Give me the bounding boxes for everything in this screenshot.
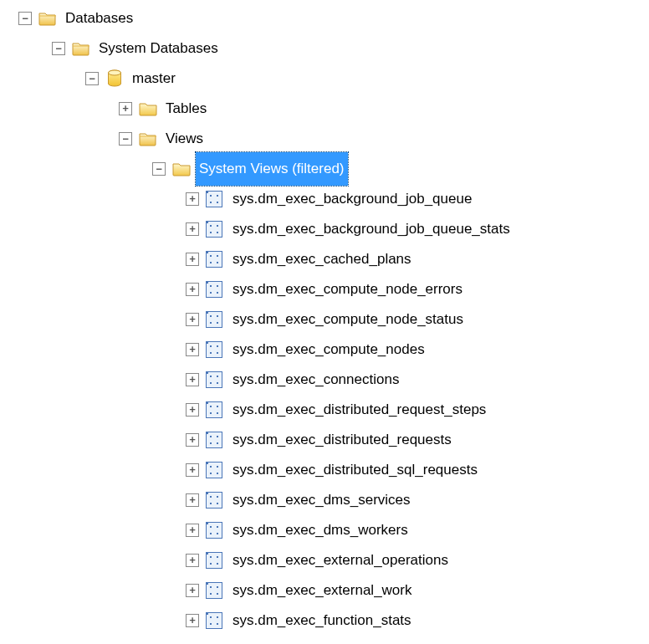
node-label: sys.dm_exec_compute_node_status [229,303,467,336]
system-views-children: sys.dm_exec_background_job_queuesys.dm_e… [3,184,646,636]
node-label: Views [162,122,207,156]
node-label: sys.dm_exec_dms_workers [229,514,411,547]
expand-toggle[interactable] [186,222,199,236]
tree-node-view[interactable]: sys.dm_exec_external_operations [3,545,646,575]
node-label: Tables [162,92,210,125]
view-icon [206,371,222,388]
tree-node-view[interactable]: sys.dm_exec_background_job_queue_stats [3,214,646,244]
tree-node-view[interactable]: sys.dm_exec_dms_services [3,485,646,515]
view-icon [206,522,222,539]
view-icon [206,552,222,569]
expand-toggle[interactable] [186,493,199,507]
tree-node-view[interactable]: sys.dm_exec_compute_nodes [3,335,646,365]
node-label: Databases [62,2,136,35]
node-label: sys.dm_exec_external_work [229,574,415,607]
expand-toggle[interactable] [186,343,199,356]
expand-toggle[interactable] [186,584,199,597]
expand-toggle[interactable] [52,42,65,55]
tree-node-view[interactable]: sys.dm_exec_cached_plans [3,244,646,274]
folder-closed-icon [139,100,157,117]
expand-toggle[interactable] [186,373,199,386]
expand-toggle[interactable] [152,162,166,176]
tree-node-view[interactable]: sys.dm_exec_dms_workers [3,515,646,545]
node-label: sys.dm_exec_compute_node_errors [229,273,466,306]
node-label: sys.dm_exec_function_stats [229,604,415,637]
tree-node-view[interactable]: sys.dm_exec_function_stats [3,606,646,636]
expand-toggle[interactable] [186,463,199,477]
node-label: sys.dm_exec_dms_services [229,483,414,517]
tree-node-databases[interactable]: Databases [3,3,646,33]
expand-toggle[interactable] [186,192,199,206]
tree-node-view[interactable]: sys.dm_exec_background_job_queue [3,184,646,214]
node-label: sys.dm_exec_distributed_request_steps [229,393,489,427]
tree-node-master[interactable]: master [3,64,646,94]
expand-toggle[interactable] [119,102,132,115]
expand-toggle[interactable] [18,12,32,25]
node-label: sys.dm_exec_compute_nodes [229,333,428,366]
expand-toggle[interactable] [186,283,199,296]
tree-node-view[interactable]: sys.dm_exec_compute_node_status [3,304,646,335]
view-icon [206,582,222,599]
view-icon [206,191,222,207]
view-icon [206,281,222,298]
tree-node-view[interactable]: sys.dm_exec_compute_node_errors [3,274,646,304]
expand-toggle[interactable] [186,614,199,627]
folder-open-icon [72,40,90,57]
view-icon [206,612,222,629]
node-label: master [129,62,179,95]
tree-node-system-databases[interactable]: System Databases [3,33,646,64]
expand-toggle[interactable] [119,132,132,146]
view-icon [206,462,222,478]
expand-toggle[interactable] [186,524,199,537]
view-icon [206,341,222,358]
tree-node-view[interactable]: sys.dm_exec_distributed_sql_requests [3,455,646,485]
expand-toggle[interactable] [186,253,199,266]
node-label: System Views (filtered) [196,152,348,186]
node-label: sys.dm_exec_external_operations [229,544,452,577]
expand-toggle[interactable] [85,72,99,85]
tree-node-tables[interactable]: Tables [3,94,646,124]
tree-node-view[interactable]: sys.dm_exec_distributed_request_steps [3,395,646,425]
expand-toggle[interactable] [186,313,199,326]
view-icon [206,251,222,268]
node-label: sys.dm_exec_distributed_sql_requests [229,453,481,487]
folder-closed-icon [172,161,191,177]
node-label: sys.dm_exec_background_job_queue_stats [229,212,514,246]
expand-toggle[interactable] [186,554,199,567]
tree-node-view[interactable]: sys.dm_exec_external_work [3,575,646,606]
view-icon [206,492,222,509]
view-icon [206,311,222,328]
tree-node-views[interactable]: Views [3,124,646,154]
node-label: sys.dm_exec_background_job_queue [229,182,475,216]
node-label: sys.dm_exec_cached_plans [229,243,415,276]
node-label: sys.dm_exec_distributed_requests [229,423,455,457]
node-label: System Databases [95,32,222,65]
expand-toggle[interactable] [186,403,199,417]
svg-point-1 [109,70,121,75]
node-label: sys.dm_exec_connections [229,363,402,396]
view-icon [206,432,222,448]
view-icon [206,221,222,238]
tree-node-system-views[interactable]: System Views (filtered) [3,154,646,184]
folder-open-icon [38,10,57,27]
tree-node-view[interactable]: sys.dm_exec_distributed_requests [3,425,646,455]
expand-toggle[interactable] [186,433,199,447]
database-icon [105,70,124,87]
tree-node-view[interactable]: sys.dm_exec_connections [3,365,646,395]
folder-open-icon [139,130,157,147]
view-icon [206,401,222,418]
object-explorer-tree: Databases System Databases master Tables… [3,3,646,636]
